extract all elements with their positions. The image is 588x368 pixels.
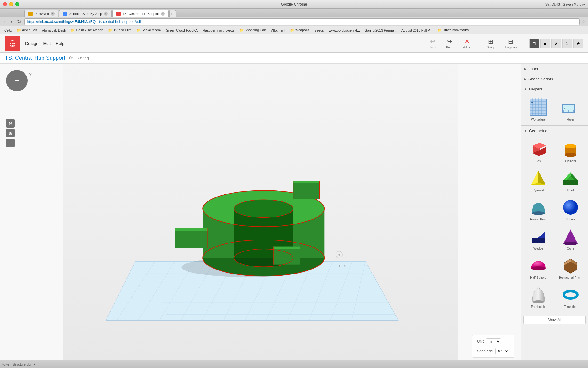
helpers-header[interactable]: ▼ Helpers (521, 84, 588, 94)
bookmark-star[interactable]: ☆ (582, 19, 586, 24)
svg-marker-88 (564, 229, 578, 243)
bookmark-celtx[interactable]: Celtx (2, 28, 14, 33)
import-header[interactable]: ▶ Import (521, 64, 588, 74)
bookmark-shopping[interactable]: 📁 Shopping Cart (238, 28, 268, 33)
shape-box[interactable]: Box (523, 138, 553, 165)
snap-grid-select[interactable]: 0.1 0.5 1 (495, 348, 509, 354)
redo-button[interactable]: ↪ Redo (443, 36, 456, 50)
half-sphere-label: Half Sphere (530, 276, 546, 279)
undo-button[interactable]: ↩ Undo (426, 36, 439, 50)
minimize-button[interactable] (9, 2, 13, 6)
svg-point-84 (563, 200, 578, 215)
svg-rect-34 (175, 228, 208, 248)
bookmark-social-media[interactable]: 📁 Social Media (134, 28, 163, 33)
svg-marker-87 (532, 238, 545, 243)
svg-point-95 (533, 300, 544, 303)
bookmark-allotment[interactable]: Allotment (269, 28, 287, 33)
box-label: Box (536, 159, 541, 163)
tab-favicon-tinkercad (116, 12, 121, 16)
snap-grid-row: Snap grid 0.1 0.5 1 (475, 347, 512, 355)
zoom-fit-btn[interactable]: − (6, 139, 15, 147)
roof-preview (561, 169, 580, 187)
snap-grid-label: Snap grid (477, 349, 493, 353)
svg-rect-43 (273, 247, 300, 249)
tab-new[interactable]: + (169, 10, 176, 17)
shape-pyramid[interactable]: Pyramid (523, 167, 553, 194)
view-btn-star[interactable]: ★ (573, 39, 583, 48)
bookmark-seeds[interactable]: Seeds (312, 28, 326, 33)
shape-hexagonal-prism[interactable]: Hexagonal Prism (556, 255, 586, 281)
shape-cone[interactable]: Cone (556, 225, 586, 252)
unit-select[interactable]: mm in (486, 338, 501, 344)
viewport[interactable]: ✛ ⊖ ⊕ − ? (0, 64, 521, 360)
bookmark-dash-archon[interactable]: 📁 Dash -The Archon (69, 28, 105, 33)
shape-wedge[interactable]: Wedge (523, 225, 553, 252)
nav-edit[interactable]: Edit (43, 41, 51, 46)
bookmark-alpha-lab-dash[interactable]: Alpha Lab Dash (40, 28, 68, 33)
bookmark-bordbia[interactable]: www.bordbia.ie/ind... (327, 28, 362, 33)
group-button[interactable]: ⊞ Group (484, 36, 498, 50)
project-title[interactable]: TS: Central Hub Support (5, 55, 65, 61)
bookmark-august2013[interactable]: August 2013 Full P... (400, 28, 434, 33)
shape-workplane[interactable]: W Workplane (523, 96, 553, 123)
shape-cylinder[interactable]: Cylinder (556, 138, 586, 165)
address-input[interactable] (24, 18, 580, 25)
tab-plex[interactable]: Plex/Web × (24, 10, 58, 17)
bookmark-spring2013[interactable]: Spring 2013 Perma... (363, 28, 398, 33)
helpers-label: Helpers (529, 87, 543, 91)
tab-close-plex[interactable]: × (51, 12, 55, 16)
shape-scripts-header[interactable]: ▶ Shape Scripts (521, 74, 588, 84)
new-tab-icon: + (171, 12, 173, 16)
traffic-lights[interactable] (3, 2, 19, 6)
tab-favicon-submit (63, 12, 67, 16)
tab-submit[interactable]: Submit : Step By Step × (59, 10, 112, 17)
shape-roof[interactable]: Roof (556, 167, 586, 194)
tab-tinkercad[interactable]: TS: Central Hub Support × (112, 10, 169, 17)
shape-round-roof[interactable]: Round Roof (523, 196, 553, 223)
adjust-button[interactable]: ✕ Adjust (461, 36, 474, 50)
wedge-label: Wedge (533, 247, 543, 250)
shape-ruler[interactable]: mm Ruler (556, 96, 586, 123)
view-btn-num[interactable]: 1 (562, 39, 572, 48)
shape-torus-thin[interactable]: Torus thin (556, 284, 586, 310)
nav-design[interactable]: Design (25, 41, 39, 46)
nav-help[interactable]: Help (56, 41, 65, 46)
nav-pan[interactable]: ✛ (6, 70, 28, 91)
group-icon: ⊞ (488, 38, 493, 45)
file-dropdown-icon[interactable]: ▾ (34, 362, 35, 366)
bookmark-weapons[interactable]: 📁 Weapons (288, 28, 311, 33)
toolbar: ↩ Undo ↪ Redo ✕ Adjust (426, 36, 474, 50)
title-bar: Google Chrome Sat 19:43 Gavan Murphy (0, 0, 588, 9)
view-btn-grid[interactable]: ⊞ (529, 39, 539, 48)
refresh-icon[interactable]: ⟳ (69, 55, 73, 61)
ruler-label: Ruler (567, 118, 574, 121)
bookmark-tv-film[interactable]: 📁 TV and Film (106, 28, 133, 33)
bookmark-other[interactable]: 📁 Other Bookmarks (435, 28, 471, 33)
close-button[interactable] (3, 2, 7, 6)
view-btn-solid[interactable]: ■ (540, 39, 550, 48)
ungroup-button[interactable]: ⊟ Ungroup (503, 36, 519, 50)
project-title-bar: TS: Central Hub Support ⟳ Saving... (0, 53, 588, 64)
geometric-header[interactable]: ▼ Geometric (521, 126, 588, 136)
bookmark-alpha-lab[interactable]: 📁 Alpha Lab (15, 28, 39, 33)
tinkercad-logo[interactable]: TINKERCAD (5, 36, 20, 51)
shape-paraboloid[interactable]: Paraboloid (523, 284, 553, 310)
tab-close-tinkercad[interactable]: × (161, 12, 165, 16)
zoom-in-btn[interactable]: ⊕ (6, 129, 15, 137)
forward-button[interactable]: › (9, 18, 13, 25)
zoom-out-btn[interactable]: ⊖ (6, 119, 15, 128)
roof-label: Roof (567, 189, 574, 192)
shape-half-sphere[interactable]: Half Sphere (523, 255, 553, 281)
toolbar-divider-2 (524, 37, 524, 50)
import-label: Import (528, 67, 540, 71)
show-all-button[interactable]: Show All (523, 316, 586, 324)
bookmark-raspberry[interactable]: Raspberry pi projects (201, 28, 236, 33)
bookmark-green-cloud[interactable]: Green Cloud Food C. (164, 28, 200, 33)
maximize-button[interactable] (15, 2, 19, 6)
reload-button[interactable]: ↻ (16, 18, 23, 25)
view-btn-wire[interactable]: A (551, 39, 561, 48)
svg-point-83 (532, 211, 545, 215)
shape-sphere[interactable]: Sphere (556, 196, 586, 223)
tab-close-submit[interactable]: × (104, 12, 108, 16)
back-button[interactable]: ‹ (2, 18, 7, 25)
